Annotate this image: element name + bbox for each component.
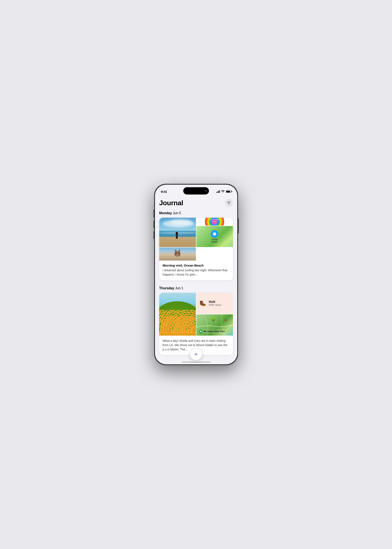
park-map-card: 🌳 🦋 Mt. Diablo State Park <box>196 314 233 336</box>
wifi-icon <box>221 190 225 193</box>
section-day-1: Monday <box>159 211 172 215</box>
map-pin-icon <box>198 329 203 334</box>
photo-grid-1: DECODER RING SLATE <box>159 218 233 261</box>
card-body-1: I dreamed about surfing last night. When… <box>163 268 230 277</box>
app-content[interactable]: Journal Monday Jun 5 <box>155 195 237 364</box>
battery-icon <box>226 190 231 193</box>
phone-screen: 9:41 <box>155 185 237 364</box>
park-map-label: Mt. Diablo State Park <box>199 330 225 334</box>
photo-grid-2: 🥾 Walk 9560 steps 🌳 🦋 <box>159 293 233 336</box>
status-icons <box>216 190 231 193</box>
svg-point-1 <box>214 234 215 234</box>
signal-bars-icon <box>216 190 220 193</box>
home-indicator <box>182 362 210 363</box>
card-title-1: Morning visit, Ocean Beach <box>163 264 230 267</box>
dynamic-island <box>183 187 209 194</box>
camera-dot <box>205 190 207 192</box>
photo-beach <box>159 218 196 247</box>
phone-frame: 9:41 <box>154 184 238 365</box>
journal-card-1[interactable]: DECODER RING SLATE <box>159 218 233 280</box>
ocean-beach-label: OceanBeach <box>211 238 217 243</box>
walk-card: 🥾 Walk 9560 steps <box>196 293 233 314</box>
card-text-1: Morning visit, Ocean Beach I dreamed abo… <box>159 261 233 280</box>
photo-dog <box>159 248 196 261</box>
walk-footsteps-icon: 🥾 <box>199 300 206 307</box>
podcast-title: DECODER RING SLATE <box>209 219 220 225</box>
plus-icon: + <box>194 351 198 357</box>
filter-icon <box>227 202 231 204</box>
walk-info: Walk 9560 steps <box>209 300 230 307</box>
photo-podcast: DECODER RING SLATE <box>196 218 233 226</box>
walk-title: Walk <box>209 300 230 303</box>
filter-button[interactable] <box>225 199 233 207</box>
app-header: Journal <box>159 195 233 211</box>
status-bar: 9:41 <box>155 185 237 195</box>
section-header-1: Monday Jun 5 <box>159 211 233 215</box>
app-title: Journal <box>159 199 183 207</box>
photo-ocean-beach: OceanBeach <box>196 226 233 247</box>
new-entry-button[interactable]: + <box>190 349 202 360</box>
section-header-2: Thursday Jun 1 <box>159 286 233 290</box>
journal-card-2[interactable]: 🥾 Walk 9560 steps 🌳 🦋 <box>159 293 233 355</box>
section-day-2: Thursday <box>159 286 174 290</box>
status-time: 9:41 <box>161 190 167 193</box>
walk-steps: 9560 steps <box>209 303 230 307</box>
fab-container: + <box>159 349 233 360</box>
photo-flowers <box>159 293 196 336</box>
